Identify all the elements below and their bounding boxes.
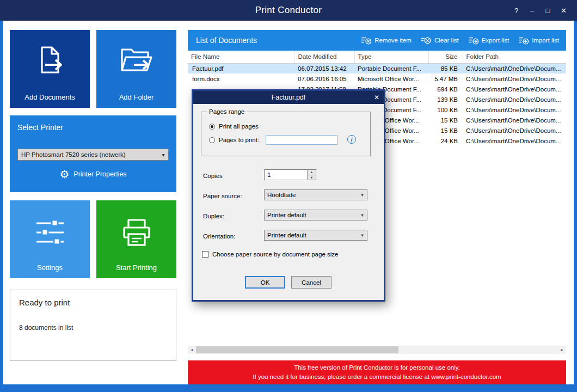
cell-date: 06.07.2015 13:42 [294,63,354,74]
license-banner: This free version of Print Conductor is … [188,360,566,384]
column-header-folder-path[interactable]: Folder Path [463,51,566,63]
banner-line-2: If you need it for business, please orde… [188,372,566,382]
cell-path: C:\Users\marti\OneDrive\Docum... [463,84,566,94]
paper-source-value: Hoofdlade [265,192,358,198]
list-header: List of Documents Remove item [188,30,566,51]
cell-size: 15 KB [428,115,463,125]
document-settings-dialog: Factuur.pdf ✕ Pages range Print all page… [192,89,385,302]
cell-size: 15 KB [428,125,463,136]
print-conductor-window: Print Conductor ? – □ ✕ [0,0,577,392]
orientation-label: Orientation: [203,233,235,240]
copies-value: 1 [265,170,307,180]
pages-range-legend: Pages range [207,108,247,115]
ok-button[interactable]: OK [245,276,285,289]
duplex-label: Duplex: [203,213,224,219]
duplex-value: Printer default [265,212,358,218]
cell-file: form.docx [188,74,294,84]
scrollbar-thumb[interactable] [196,346,398,353]
add-documents-button[interactable]: Add Documents [10,30,90,108]
paper-source-by-page-size-checkbox[interactable]: Choose paper source by document page siz… [202,251,338,258]
titlebar: Print Conductor ? – □ ✕ [0,0,577,21]
export-list-button[interactable]: Export list [468,36,510,45]
printer-properties-button[interactable]: ⚙ Printer Properties [10,169,176,180]
list-title: List of Documents [196,36,361,45]
copies-stepper[interactable]: 1 ▲ ▼ [264,169,316,180]
column-header-type[interactable]: Type [354,51,428,63]
dialog-titlebar: Factuur.pdf ✕ [193,91,384,104]
import-list-label: Import list [532,37,559,44]
checkbox-icon [202,251,208,258]
status-box: Ready to print 8 documents in list [10,290,176,361]
clear-list-button[interactable]: Clear list [421,36,459,45]
settings-label: Settings [37,264,63,272]
printer-select[interactable]: HP Photosmart 7520 series (netwerk) ▾ [17,149,169,161]
help-button[interactable]: ? [508,7,524,15]
cell-date: 07.06.2016 16:05 [294,74,354,84]
column-header-file-name[interactable]: File Name [188,51,294,63]
stepper-up-icon[interactable]: ▲ [308,170,316,175]
cell-path: C:\Users\marti\OneDrive\Docum... [463,74,566,84]
cell-file: Factuur.pdf [188,63,294,74]
close-button[interactable]: ✕ [556,7,572,15]
cell-path: C:\Users\marti\OneDrive\Docum... [463,105,566,115]
print-all-pages-label: Print all pages [219,123,259,130]
start-printing-button[interactable]: Start Printing [96,200,176,278]
table-row[interactable]: form.docx07.06.2016 16:05Microsoft Offic… [188,74,566,84]
pages-to-print-input[interactable] [266,135,337,145]
add-documents-label: Add Documents [24,93,75,101]
horizontal-scrollbar[interactable]: ◄ ► [188,346,566,354]
duplex-select[interactable]: Printer default ▾ [264,210,367,220]
paper-source-select[interactable]: Hoofdlade ▾ [264,189,367,200]
cell-size: 85 KB [428,63,463,74]
orientation-select[interactable]: Printer default ▾ [264,230,367,241]
pages-to-print-radio[interactable]: Pages to print: [209,137,259,143]
add-folder-label: Add Folder [119,93,154,101]
document-count: 8 documents in list [19,324,73,332]
table-header-row: File Name Date Modified Type Size Folder… [188,51,566,63]
orientation-value: Printer default [265,232,358,238]
dialog-close-button[interactable]: ✕ [374,91,379,104]
window-title: Print Conductor [255,5,322,16]
window-controls: ? – □ ✕ [508,0,572,21]
column-header-size[interactable]: Size [428,51,463,63]
chevron-down-icon: ▾ [358,232,367,238]
banner-line-1: This free version of Print Conductor is … [188,363,566,372]
column-header-date-modified[interactable]: Date Modified [294,51,354,63]
select-printer-label: Select Printer [17,123,63,132]
cell-path: C:\Users\marti\OneDrive\Docum... [463,115,566,125]
cancel-button[interactable]: Cancel [291,276,332,289]
radio-selected-icon [209,124,215,130]
stepper-buttons: ▲ ▼ [307,170,316,180]
info-icon[interactable]: i [347,135,356,144]
remove-item-button[interactable]: Remove item [361,36,412,45]
scroll-right-button[interactable]: ► [558,346,566,354]
clear-list-icon [421,36,432,45]
chevron-down-icon: ▾ [158,152,168,158]
copies-label: Copies [203,173,223,179]
start-printing-label: Start Printing [116,264,157,272]
maximize-button[interactable]: □ [540,7,556,15]
print-all-pages-radio[interactable]: Print all pages [209,123,259,130]
table-row[interactable]: Factuur.pdf06.07.2015 13:42Portable Docu… [188,63,566,74]
cell-size: 139 KB [428,94,463,105]
cell-path: C:\Users\marti\OneDrive\Docum... [463,94,566,105]
add-folder-button[interactable]: Add Folder [96,30,176,108]
export-list-label: Export list [482,37,510,44]
cell-size: 24 KB [428,136,463,146]
minimize-button[interactable]: – [524,7,540,15]
cell-type: Portable Document F... [354,63,428,74]
dialog-title: Factuur.pdf [193,94,384,101]
cell-path: C:\Users\marti\OneDrive\Docum... [463,136,566,146]
stepper-down-icon[interactable]: ▼ [308,175,316,180]
settings-button[interactable]: Settings [10,200,90,278]
add-folder-icon [118,43,156,81]
export-list-icon [468,36,479,45]
import-list-button[interactable]: Import list [518,36,559,45]
list-actions: Remove item Clear list [361,36,559,45]
add-document-icon [31,43,69,81]
cell-path: C:\Users\marti\OneDrive\Docum... [463,63,566,74]
scroll-left-button[interactable]: ◄ [188,346,196,354]
cell-size: 5.47 MB [428,74,463,84]
pages-range-group: Pages range Print all pages Pages to pri… [201,112,371,156]
pages-to-print-label: Pages to print: [219,137,259,143]
